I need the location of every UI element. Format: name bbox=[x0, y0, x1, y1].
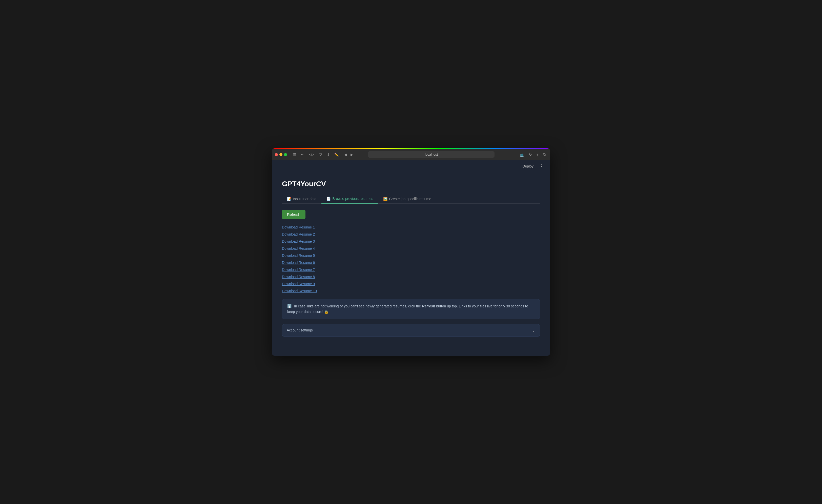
nav-arrows: ◀ ▶ bbox=[343, 151, 355, 158]
tab-input-user-data[interactable]: 📝 Input user data bbox=[282, 194, 321, 203]
tab-browse-icon: 📄 bbox=[327, 196, 331, 201]
account-settings-button[interactable]: Account settings ⌄ bbox=[282, 324, 540, 337]
more-options-button[interactable]: ⋮ bbox=[537, 162, 545, 170]
resume-link-3[interactable]: Download Resume 3 bbox=[282, 238, 540, 244]
chevron-down-icon: ⌄ bbox=[532, 328, 535, 333]
resume-link-5[interactable]: Download Resume 5 bbox=[282, 253, 540, 259]
resume-link-10[interactable]: Download Resume 10 bbox=[282, 288, 540, 294]
info-box: ℹ️ In case links are not working or you … bbox=[282, 299, 540, 319]
resume-link-6[interactable]: Download Resume 6 bbox=[282, 260, 540, 266]
browser-content: GPT4YourCV 📝 Input user data 📄 Browse pr… bbox=[272, 172, 550, 356]
tab-create-label: Create job-specific resume bbox=[389, 197, 431, 201]
resume-link-9[interactable]: Download Resume 9 bbox=[282, 281, 540, 287]
minimize-button[interactable] bbox=[280, 153, 283, 156]
resume-link-4[interactable]: Download Resume 4 bbox=[282, 245, 540, 251]
maximize-button[interactable] bbox=[284, 153, 287, 156]
resume-link-1[interactable]: Download Resume 1 bbox=[282, 224, 540, 230]
sidebar-toggle-button[interactable]: ☰ bbox=[292, 151, 298, 158]
tab-overview-button[interactable]: ⧉ bbox=[541, 151, 547, 158]
close-button[interactable] bbox=[275, 153, 278, 156]
tab-browse-resumes[interactable]: 📄 Browse previous resumes bbox=[321, 194, 378, 204]
resume-link-7[interactable]: Download Resume 7 bbox=[282, 267, 540, 273]
edit-button[interactable]: ✏️ bbox=[333, 151, 340, 158]
info-text-before: In case links are not working or you can… bbox=[294, 304, 422, 308]
traffic-lights bbox=[275, 153, 287, 156]
browser-titlebar: ☰ ⋯ </> 🛡 ⬇ ✏️ ◀ ▶ 📺 ↻ + ⧉ bbox=[272, 149, 550, 160]
tabs-container: 📝 Input user data 📄 Browse previous resu… bbox=[282, 194, 540, 204]
reload-icon[interactable]: ↻ bbox=[527, 151, 533, 158]
account-settings-label: Account settings bbox=[287, 328, 313, 332]
resume-links-list: Download Resume 1 Download Resume 2 Down… bbox=[282, 224, 540, 294]
download-button[interactable]: ⬇ bbox=[325, 151, 331, 158]
tab-create-icon: 🖼️ bbox=[383, 197, 387, 201]
shield-icon[interactable]: 🛡 bbox=[317, 151, 324, 158]
new-tab-button[interactable]: + bbox=[535, 151, 540, 158]
resume-link-8[interactable]: Download Resume 8 bbox=[282, 274, 540, 280]
page-title: GPT4YourCV bbox=[282, 180, 540, 188]
dots-menu-button[interactable]: ⋯ bbox=[299, 151, 306, 158]
deploy-button[interactable]: Deploy bbox=[520, 163, 535, 169]
tab-create-resume[interactable]: 🖼️ Create job-specific resume bbox=[378, 194, 436, 203]
tab-browse-label: Browse previous resumes bbox=[332, 196, 373, 201]
resume-link-2[interactable]: Download Resume 2 bbox=[282, 231, 540, 237]
back-button[interactable]: ◀ bbox=[343, 151, 349, 158]
tab-input-label: Input user data bbox=[293, 197, 316, 201]
forward-button[interactable]: ▶ bbox=[349, 151, 355, 158]
browser-window: ☰ ⋯ </> 🛡 ⬇ ✏️ ◀ ▶ 📺 ↻ + ⧉ Deploy ⋮ GPT4… bbox=[272, 148, 550, 356]
info-icon: ℹ️ bbox=[287, 303, 292, 309]
browser-right-controls: 📺 ↻ + ⧉ bbox=[518, 151, 547, 158]
code-button[interactable]: </> bbox=[308, 151, 316, 158]
tab-input-icon: 📝 bbox=[287, 197, 291, 201]
cast-icon[interactable]: 📺 bbox=[518, 151, 526, 158]
address-bar[interactable] bbox=[368, 151, 494, 158]
browser-controls: ☰ ⋯ </> 🛡 ⬇ ✏️ bbox=[292, 151, 340, 158]
app-top-bar: Deploy ⋮ bbox=[272, 160, 550, 172]
info-italic-text: Refresh bbox=[422, 304, 435, 308]
refresh-button[interactable]: Refresh bbox=[282, 210, 306, 219]
